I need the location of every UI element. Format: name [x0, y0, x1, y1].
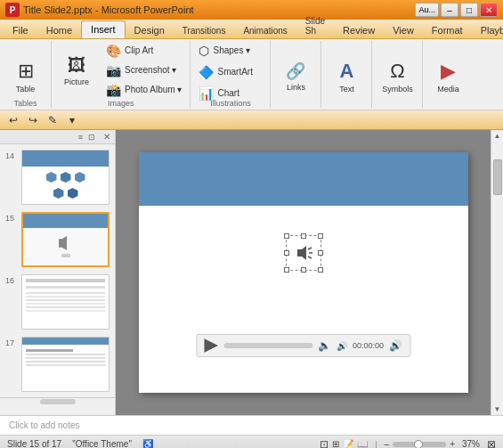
play-button[interactable]	[204, 338, 218, 353]
text-label: Text	[339, 85, 354, 94]
media-button[interactable]: ▶ Media	[426, 51, 469, 102]
slide-thumb-14[interactable]: 14	[4, 148, 111, 207]
slide-thumb-17[interactable]: 17	[4, 335, 111, 394]
au-button[interactable]: Au...	[415, 3, 439, 17]
slide-content: 🔈 🔊 00:00:00 🔊	[139, 206, 468, 393]
zoom-slider[interactable]	[393, 442, 446, 447]
svg-line-1	[308, 248, 312, 249]
tab-review[interactable]: Review	[334, 22, 384, 38]
smartart-icon: 🔷	[199, 65, 214, 79]
symbols-icon: Ω	[390, 60, 404, 83]
slides-tab[interactable]: ⊡	[86, 133, 97, 142]
tab-playback[interactable]: Playback	[472, 22, 503, 38]
zoom-in-button[interactable]: +	[450, 439, 455, 448]
picture-label: Picture	[64, 77, 89, 86]
smartart-label: SmartArt	[217, 67, 252, 77]
tab-slideshow[interactable]: Slide Sh	[296, 13, 334, 38]
tab-home[interactable]: Home	[37, 22, 81, 38]
save-button[interactable]: ✎	[45, 112, 61, 128]
illustrations-group-label: Illustrations	[191, 99, 270, 108]
v-scrollbar[interactable]: ▲ ▼	[491, 130, 503, 415]
scroll-down-button[interactable]: ▼	[492, 403, 503, 415]
ribbon-group-tables: ⊞ Table Tables	[0, 41, 52, 108]
links-button[interactable]: 🔗 Links	[274, 51, 317, 102]
maximize-button[interactable]: □	[460, 3, 478, 17]
canvas-area[interactable]: 🔈 🔊 00:00:00 🔊	[116, 130, 491, 415]
ribbon-group-text: A Text	[321, 41, 372, 108]
tab-file[interactable]: File	[4, 22, 37, 38]
chart-label: Chart	[217, 88, 239, 98]
undo-button[interactable]: ↩	[5, 112, 21, 128]
slide-img-15	[21, 212, 110, 267]
clip-art-label: Clip Art	[125, 45, 153, 55]
audio-player: 🔈 🔊 00:00:00 🔊	[196, 334, 410, 357]
clip-art-button[interactable]: 🎨 Clip Art	[101, 42, 186, 60]
notes-placeholder: Click to add notes	[9, 420, 80, 430]
text-icon: A	[340, 60, 354, 83]
title-bar: P Title Slide2.pptx - Microsoft PowerPoi…	[0, 0, 503, 20]
volume-down-icon: 🔈	[318, 339, 331, 352]
zoom-out-button[interactable]: –	[385, 439, 390, 448]
quick-access-more-button[interactable]: ▾	[64, 112, 80, 128]
slide-img-14	[21, 150, 110, 205]
app-icon: P	[5, 3, 20, 17]
slide-header	[139, 152, 468, 206]
audio-progress-bar[interactable]	[223, 343, 312, 348]
tab-insert[interactable]: Insert	[81, 20, 126, 38]
picture-button[interactable]: 🖼 Picture	[55, 44, 98, 95]
view-reading-icon[interactable]: 📖	[357, 439, 368, 448]
tables-group-label: Tables	[0, 99, 51, 108]
screenshot-button[interactable]: 📷 Screenshot ▾	[101, 61, 186, 79]
close-button[interactable]: ✕	[480, 3, 498, 17]
audio-time: 00:00:00	[353, 341, 384, 350]
scroll-thumb[interactable]	[493, 159, 502, 195]
panel-header: ≡ ⊡ ✕	[0, 130, 115, 144]
slide-thumb-16[interactable]: 16	[4, 273, 111, 331]
slide-panel: 14	[0, 144, 116, 397]
photo-album-button[interactable]: 📸 Photo Album ▾	[101, 81, 186, 99]
minimize-button[interactable]: –	[441, 3, 458, 17]
photo-album-label: Photo Album ▾	[125, 85, 182, 94]
clip-art-icon: 🎨	[106, 44, 121, 58]
table-label: Table	[16, 85, 36, 94]
view-notes-icon[interactable]: 📝	[343, 439, 353, 448]
tab-format[interactable]: Format	[423, 22, 472, 38]
svg-marker-0	[297, 246, 306, 260]
symbols-button[interactable]: Ω Symbols	[376, 51, 418, 102]
main-area: ≡ ⊡ ✕ 14	[0, 130, 503, 415]
shapes-button[interactable]: ⬡ Shapes ▾	[194, 42, 266, 60]
tab-view[interactable]: View	[384, 22, 423, 38]
scroll-up-button[interactable]: ▲	[492, 130, 503, 142]
accessibility-icon[interactable]: ♿	[142, 439, 153, 448]
audio-volume-icon: 🔊	[389, 339, 402, 352]
symbols-label: Symbols	[382, 85, 413, 94]
ribbon-group-links: 🔗 Links	[271, 41, 321, 108]
slide-num-14: 14	[5, 150, 18, 160]
tab-design[interactable]: Design	[126, 22, 174, 38]
status-bar: Slide 15 of 17 "Office Theme" ♿ ⊡ ⊞ 📝 📖 …	[0, 435, 503, 448]
table-icon: ⊞	[18, 60, 34, 83]
smartart-button[interactable]: 🔷 SmartArt	[194, 63, 266, 81]
view-slide-sorter-icon[interactable]: ⊞	[332, 439, 339, 448]
fit-slide-button[interactable]: ⊠	[487, 438, 496, 449]
text-button[interactable]: A Text	[325, 51, 368, 102]
notes-area[interactable]: Click to add notes	[0, 415, 503, 435]
window-title: Title Slide2.pptx - Microsoft PowerPoint	[23, 4, 194, 15]
slide-num-16: 16	[5, 274, 18, 285]
selection-box[interactable]	[286, 235, 321, 271]
view-normal-icon[interactable]: ⊡	[320, 438, 329, 449]
ribbon-group-media: ▶ Media	[423, 41, 473, 108]
redo-button[interactable]: ↪	[25, 112, 41, 128]
slide-num-17: 17	[5, 337, 18, 347]
slide-thumb-15[interactable]: 15	[4, 210, 111, 269]
photo-album-icon: 📸	[106, 83, 121, 97]
outline-tab[interactable]: ≡	[77, 133, 85, 142]
picture-icon: 🖼	[68, 55, 85, 76]
slide-img-17	[21, 337, 110, 392]
screenshot-label: Screenshot ▾	[125, 65, 176, 75]
slide-img-16	[21, 274, 110, 330]
table-button[interactable]: ⊞ Table	[4, 51, 47, 102]
panel-close-button[interactable]: ✕	[101, 132, 113, 142]
svg-line-2	[308, 257, 312, 258]
ribbon-group-illustrations: ⬡ Shapes ▾ 🔷 SmartArt 📊 Chart Illustrati…	[191, 41, 271, 108]
